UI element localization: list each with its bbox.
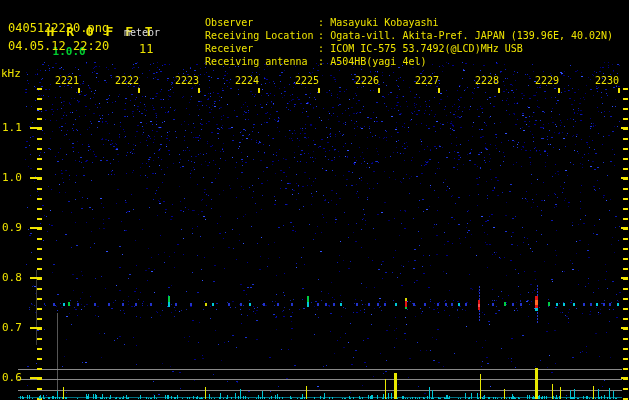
time-label: 2230 (595, 75, 619, 86)
freq-label: 0.9 (2, 221, 28, 234)
freq-label: 1.0 (2, 171, 28, 184)
time-label: 2229 (535, 75, 559, 86)
info-label: Receiving antenna (205, 55, 318, 68)
observation-datetime: 04.05.12 22:20 (8, 39, 109, 53)
time-label: 2222 (115, 75, 139, 86)
time-label: 2224 (235, 75, 259, 86)
info-value: A504HB(yagi 4el) (330, 56, 426, 67)
freq-label: 0.6 (2, 371, 28, 384)
freq-label: 0.7 (2, 321, 28, 334)
mode-label: meteor (124, 27, 160, 38)
time-label: 2225 (295, 75, 319, 86)
time-label: 2226 (355, 75, 379, 86)
time-label: 2228 (475, 75, 499, 86)
freq-label: 1.1 (2, 121, 28, 134)
hrofft-screen: H R O F F T 1.0.0 0405122220.png meteor … (0, 0, 629, 400)
time-label: 2221 (55, 75, 79, 86)
time-label: 2227 (415, 75, 439, 86)
output-filename: 0405122220.png (8, 21, 109, 35)
freq-label: 0.8 (2, 271, 28, 284)
time-label: 2223 (175, 75, 199, 86)
echo-count: 11 (139, 42, 153, 56)
freq-axis-unit: kHz (1, 67, 21, 80)
